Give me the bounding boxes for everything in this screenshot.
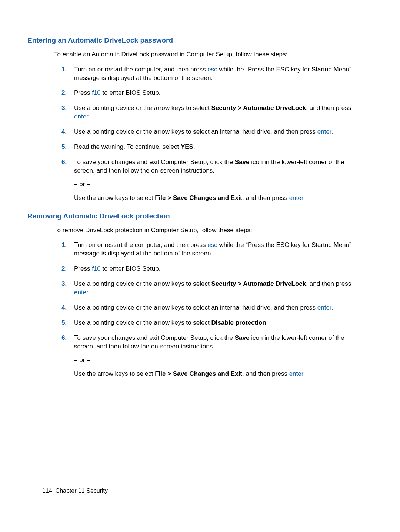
step-number: 3.: [61, 280, 70, 288]
step-item: 4.Use a pointing device or the arrow key…: [61, 128, 352, 136]
key-f10: f10: [92, 265, 101, 272]
section-entering: Entering an Automatic DriveLock password…: [27, 36, 352, 203]
step-body: Use a pointing device or the arrow keys …: [74, 319, 352, 327]
step-paragraph: Use the arrow keys to select File > Save…: [74, 194, 352, 203]
bold-text: Security > Automatic DriveLock: [211, 104, 306, 111]
step-number: 2.: [61, 89, 70, 97]
section-intro: To remove DriveLock protection in Comput…: [54, 226, 352, 235]
step-number: 4.: [61, 304, 70, 312]
step-item: 3.Use a pointing device or the arrow key…: [61, 280, 352, 297]
step-paragraph: – or –: [74, 180, 352, 189]
section-removing: Removing Automatic DriveLock protection …: [27, 211, 352, 378]
step-body: To save your changes and exit Computer S…: [74, 334, 352, 378]
step-body: Turn on or restart the computer, and the…: [74, 66, 352, 83]
step-body: To save your changes and exit Computer S…: [74, 158, 352, 203]
bold-text: File > Save Changes and Exit: [155, 194, 242, 201]
step-item: 4.Use a pointing device or the arrow key…: [61, 304, 352, 312]
step-body: Turn on or restart the computer, and the…: [74, 241, 352, 258]
key-enter: enter: [289, 370, 303, 377]
step-paragraph: To save your changes and exit Computer S…: [74, 334, 352, 351]
step-number: 1.: [61, 66, 70, 74]
bold-text: –: [74, 357, 77, 364]
key-enter: enter: [74, 113, 88, 120]
bold-text: Security > Automatic DriveLock: [211, 280, 306, 287]
step-body: Use a pointing device or the arrow keys …: [74, 304, 352, 312]
step-body: Press f10 to enter BIOS Setup.: [74, 265, 352, 273]
step-number: 3.: [61, 104, 70, 113]
key-esc: esc: [207, 241, 217, 248]
chapter-label: Chapter 11 Security: [56, 488, 108, 494]
step-item: 6.To save your changes and exit Computer…: [61, 334, 352, 378]
step-item: 1.Turn on or restart the computer, and t…: [61, 66, 352, 83]
key-enter: enter: [289, 194, 303, 201]
step-number: 1.: [61, 241, 70, 250]
bold-text: Save: [235, 158, 250, 165]
step-body: Press f10 to enter BIOS Setup.: [74, 89, 352, 97]
key-enter: enter: [317, 128, 331, 135]
step-number: 2.: [61, 265, 70, 273]
bold-text: File > Save Changes and Exit: [155, 370, 242, 377]
page-footer: 114 Chapter 11 Security: [42, 487, 108, 495]
step-item: 2.Press f10 to enter BIOS Setup.: [61, 89, 352, 97]
step-item: 1.Turn on or restart the computer, and t…: [61, 241, 352, 258]
section-intro: To enable an Automatic DriveLock passwor…: [54, 50, 352, 59]
step-paragraph: To save your changes and exit Computer S…: [74, 158, 352, 175]
section-heading: Removing Automatic DriveLock protection: [27, 211, 352, 221]
step-number: 5.: [61, 143, 70, 151]
bold-text: Disable protection: [211, 319, 266, 326]
bold-text: YES: [181, 143, 193, 150]
steps-list: 1.Turn on or restart the computer, and t…: [61, 241, 352, 378]
step-paragraph: Use the arrow keys to select File > Save…: [74, 370, 352, 378]
step-item: 2.Press f10 to enter BIOS Setup.: [61, 265, 352, 273]
key-enter: enter: [317, 304, 331, 311]
key-esc: esc: [207, 66, 217, 73]
bold-text: –: [74, 181, 77, 188]
key-enter: enter: [74, 289, 88, 296]
step-body: Read the warning. To continue, select YE…: [74, 143, 352, 151]
step-number: 5.: [61, 319, 70, 327]
step-item: 5.Use a pointing device or the arrow key…: [61, 319, 352, 327]
bold-text: –: [87, 181, 90, 188]
bold-text: Save: [235, 334, 250, 341]
bold-text: –: [87, 357, 90, 364]
step-number: 6.: [61, 334, 70, 342]
step-body: Use a pointing device or the arrow keys …: [74, 104, 352, 121]
steps-list: 1.Turn on or restart the computer, and t…: [61, 66, 352, 203]
step-body: Use a pointing device or the arrow keys …: [74, 128, 352, 136]
step-item: 5.Read the warning. To continue, select …: [61, 143, 352, 151]
section-heading: Entering an Automatic DriveLock password: [27, 36, 352, 45]
step-number: 6.: [61, 158, 70, 167]
step-body: Use a pointing device or the arrow keys …: [74, 280, 352, 297]
step-item: 3.Use a pointing device or the arrow key…: [61, 104, 352, 121]
step-paragraph: – or –: [74, 356, 352, 365]
step-number: 4.: [61, 128, 70, 136]
step-item: 6.To save your changes and exit Computer…: [61, 158, 352, 203]
key-f10: f10: [92, 89, 101, 96]
page-content: Entering an Automatic DriveLock password…: [0, 0, 400, 378]
page-number: 114: [42, 488, 52, 494]
